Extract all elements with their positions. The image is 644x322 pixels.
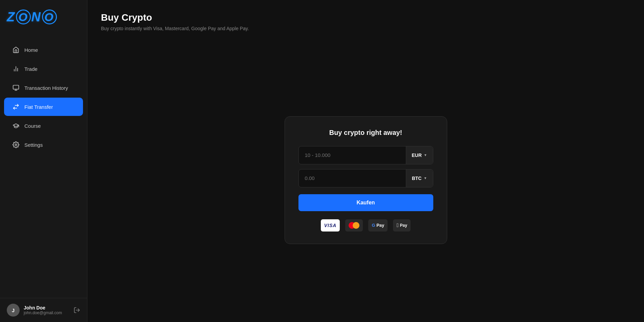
avatar: J (7, 304, 20, 317)
transfer-icon (12, 103, 20, 110)
buy-crypto-card: Buy crypto right away! EUR ▼ BTC ▼ Kaufe… (285, 116, 447, 244)
receive-input[interactable] (299, 170, 406, 186)
apay-payment-icon:  Pay (393, 219, 411, 232)
amount-input-row: EUR ▼ (298, 146, 433, 164)
payment-methods: VISA G Pay  Pay (298, 219, 433, 232)
buy-button[interactable]: Kaufen (298, 194, 433, 211)
user-name: John Doe (24, 305, 69, 310)
apple-symbol:  (397, 222, 399, 228)
apay-label: Pay (400, 223, 407, 228)
sidebar-item-label-home: Home (24, 47, 38, 53)
page-title: Buy Crypto (101, 12, 630, 23)
sidebar-item-trade[interactable]: Trade (4, 60, 83, 78)
sidebar-item-label-fiat-transfer: Fiat Transfer (24, 104, 53, 110)
svg-rect-3 (13, 85, 19, 89)
amount-input[interactable] (299, 147, 406, 163)
sidebar: Z O N O Home T (0, 0, 87, 322)
sidebar-nav: Home Trade Transaction Histo (0, 37, 87, 298)
page-subtitle: Buy crypto instantly with Visa, Masterca… (101, 26, 630, 31)
main-body: Buy crypto right away! EUR ▼ BTC ▼ Kaufe… (87, 38, 644, 322)
settings-icon (12, 141, 20, 148)
card-title: Buy crypto right away! (298, 129, 433, 137)
sidebar-footer: J John Doe john.doe@gmail.com (0, 298, 87, 322)
sidebar-item-label-settings: Settings (24, 142, 43, 148)
currency-eur-selector[interactable]: EUR ▼ (406, 146, 433, 164)
home-icon (12, 46, 20, 54)
sidebar-item-home[interactable]: Home (4, 41, 83, 59)
trade-icon (12, 65, 20, 73)
sidebar-item-label-course: Course (24, 123, 41, 129)
btc-label: BTC (412, 176, 422, 181)
mastercard-payment-icon (345, 219, 363, 232)
visa-payment-icon: VISA (321, 219, 340, 232)
user-info: John Doe john.doe@gmail.com (24, 305, 69, 315)
logo-text: Z O N O (7, 9, 57, 24)
sidebar-item-label-transaction-history: Transaction History (24, 85, 68, 91)
gpay-g-letter: G (372, 223, 375, 228)
logo-o1: O (16, 9, 31, 24)
sidebar-item-label-trade: Trade (24, 66, 38, 72)
page-header: Buy Crypto Buy crypto instantly with Vis… (87, 0, 644, 38)
course-icon (12, 122, 20, 129)
chevron-down-icon-2: ▼ (423, 176, 427, 180)
sidebar-item-course[interactable]: Course (4, 117, 83, 135)
chevron-down-icon: ▼ (424, 153, 427, 157)
svg-point-8 (15, 144, 17, 146)
main-content-area: Buy Crypto Buy crypto instantly with Vis… (87, 0, 644, 322)
logo: Z O N O (0, 0, 87, 37)
mc-orange-circle (353, 222, 359, 229)
currency-btc-selector[interactable]: BTC ▼ (406, 169, 433, 187)
logo-o2: O (42, 9, 57, 24)
mastercard-circles (349, 222, 359, 229)
sidebar-item-settings[interactable]: Settings (4, 136, 83, 154)
sidebar-item-transaction-history[interactable]: Transaction History (4, 79, 83, 97)
gpay-payment-icon: G Pay (368, 219, 388, 232)
history-icon (12, 84, 20, 92)
receive-input-row: BTC ▼ (298, 169, 433, 187)
sidebar-item-fiat-transfer[interactable]: Fiat Transfer (4, 98, 83, 116)
eur-label: EUR (412, 153, 422, 158)
logout-button[interactable] (74, 307, 80, 314)
user-email: john.doe@gmail.com (24, 310, 69, 315)
